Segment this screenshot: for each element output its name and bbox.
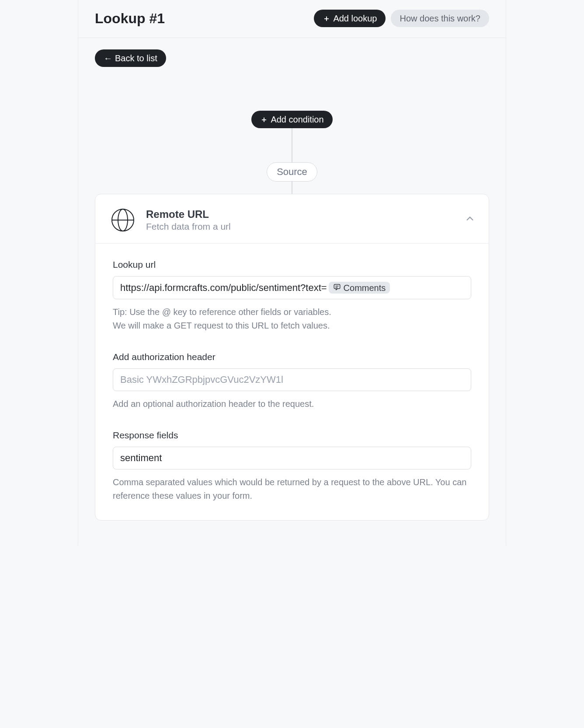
help-label: How does this work? — [400, 13, 480, 24]
add-condition-label: Add condition — [271, 114, 323, 125]
header-buttons: ＋ Add lookup How does this work? — [314, 10, 489, 27]
auth-header-help: Add an optional authorization header to … — [113, 397, 471, 411]
add-lookup-button[interactable]: ＋ Add lookup — [314, 10, 386, 27]
plus-icon: ＋ — [260, 116, 268, 123]
add-lookup-label: Add lookup — [333, 13, 377, 24]
source-chip-label: Source — [277, 166, 307, 177]
response-fields-label: Response fields — [113, 430, 471, 441]
back-to-list-button[interactable]: ← Back to list — [95, 49, 166, 67]
svg-rect-3 — [334, 284, 340, 289]
lookup-url-text: https://api.formcrafts.com/public/sentim… — [120, 282, 327, 294]
page-root: Lookup #1 ＋ Add lookup How does this wor… — [78, 0, 506, 546]
back-label: Back to list — [115, 53, 157, 63]
remote-url-card: Remote URL Fetch data from a url Lookup … — [95, 194, 489, 521]
auth-header-group: Add authorization header Add an optional… — [113, 352, 471, 411]
arrow-left-icon: ← — [104, 54, 112, 63]
auth-header-input[interactable] — [113, 368, 471, 391]
add-condition-button[interactable]: ＋ Add condition — [251, 111, 332, 128]
lookup-url-input[interactable]: https://api.formcrafts.com/public/sentim… — [113, 276, 471, 299]
lookup-url-help: Tip: Use the @ key to reference other fi… — [113, 305, 471, 332]
page-header: Lookup #1 ＋ Add lookup How does this wor… — [78, 0, 506, 38]
response-fields-input[interactable] — [113, 447, 471, 469]
comments-chip[interactable]: Comments — [329, 282, 390, 294]
response-fields-help: Comma separated values which would be re… — [113, 476, 471, 503]
chat-icon — [333, 283, 341, 292]
card-header-text: Remote URL Fetch data from a url — [146, 208, 231, 232]
card-body: Lookup url https://api.formcrafts.com/pu… — [95, 244, 489, 520]
connector-line — [292, 182, 292, 194]
add-condition-wrap: ＋ Add condition — [251, 111, 332, 128]
source-chip[interactable]: Source — [267, 162, 317, 182]
globe-icon — [111, 208, 135, 232]
lookup-url-tip1: Tip: Use the @ key to reference other fi… — [113, 305, 471, 319]
card-header[interactable]: Remote URL Fetch data from a url — [95, 194, 489, 244]
flow-center: ＋ Add condition Source — [95, 67, 489, 521]
connector-line — [292, 128, 292, 162]
card-subtitle: Fetch data from a url — [146, 221, 231, 232]
back-row: ← Back to list — [78, 38, 506, 67]
plus-icon: ＋ — [323, 14, 330, 22]
comments-chip-label: Comments — [344, 284, 386, 292]
response-fields-group: Response fields Comma separated values w… — [113, 430, 471, 503]
chevron-up-icon — [465, 214, 475, 224]
auth-header-label: Add authorization header — [113, 352, 471, 362]
flow-area: ＋ Add condition Source — [78, 67, 506, 538]
card-title: Remote URL — [146, 208, 231, 220]
page-title: Lookup #1 — [95, 10, 165, 27]
help-button[interactable]: How does this work? — [391, 10, 489, 27]
lookup-url-group: Lookup url https://api.formcrafts.com/pu… — [113, 259, 471, 332]
lookup-url-label: Lookup url — [113, 259, 471, 270]
lookup-url-tip2: We will make a GET request to this URL t… — [113, 319, 471, 332]
